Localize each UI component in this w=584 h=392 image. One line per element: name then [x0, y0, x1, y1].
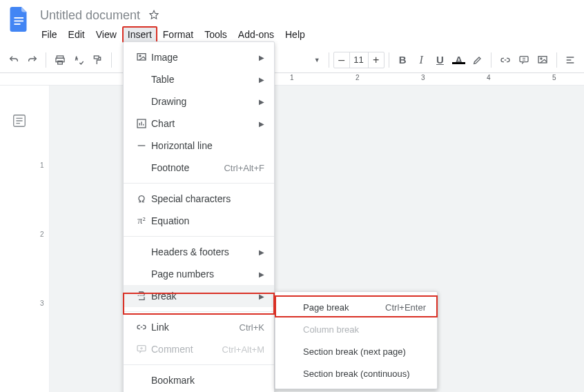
- insert-comment-item: CommentCtrl+Alt+M: [124, 338, 274, 360]
- insert-horizontal-line-item[interactable]: Horizontal line: [124, 135, 274, 157]
- submenu-arrow-icon: ▶: [259, 98, 264, 106]
- svg-rect-8: [538, 56, 547, 62]
- menu-tools[interactable]: Tools: [199, 26, 233, 43]
- insert-drawing-item[interactable]: Drawing▶: [124, 90, 274, 112]
- insert-headers-footers-item[interactable]: Headers & footers▶: [124, 241, 274, 263]
- font-size-decrease[interactable]: –: [334, 52, 349, 68]
- svg-rect-0: [14, 17, 24, 19]
- chart-icon: [132, 118, 151, 129]
- insert-image-item[interactable]: Image▶: [124, 46, 274, 68]
- submenu-arrow-icon: ▶: [259, 271, 264, 278]
- comment-icon: [132, 344, 151, 355]
- menu-help[interactable]: Help: [280, 26, 311, 43]
- submenu-arrow-icon: ▶: [259, 54, 264, 61]
- submenu-arrow-icon: ▶: [259, 248, 264, 256]
- insert-image-button[interactable]: [534, 55, 552, 66]
- print-button[interactable]: [50, 55, 69, 66]
- menu-format[interactable]: Format: [157, 26, 199, 43]
- submenu-arrow-icon: ▶: [259, 120, 264, 128]
- paint-format-button[interactable]: [88, 55, 107, 66]
- omega-icon: [132, 193, 151, 204]
- menubar: File Edit View Insert Format Tools Add-o…: [36, 26, 311, 43]
- insert-link-item[interactable]: LinkCtrl+K: [124, 316, 274, 338]
- undo-button[interactable]: [4, 55, 23, 66]
- menu-file[interactable]: File: [36, 26, 63, 43]
- svg-point-12: [139, 55, 141, 57]
- insert-table-item[interactable]: Table▶: [124, 68, 274, 90]
- svg-rect-11: [137, 54, 146, 60]
- submenu-arrow-icon: ▶: [259, 293, 264, 300]
- align-button[interactable]: [561, 55, 580, 66]
- section-break-next-page-item[interactable]: Section break (next page): [275, 340, 437, 362]
- zoom-dropdown[interactable]: ▼: [300, 57, 320, 63]
- vertical-ruler[interactable]: 1 2 3: [39, 86, 50, 392]
- menu-addons[interactable]: Add-ons: [233, 26, 280, 43]
- submenu-arrow-icon: ▶: [259, 76, 264, 84]
- header: Untitled document File Edit View Insert …: [0, 0, 584, 43]
- link-icon: [132, 322, 151, 333]
- svg-rect-2: [14, 23, 21, 25]
- pi-icon: π²: [132, 215, 151, 226]
- menu-insert[interactable]: Insert: [122, 26, 157, 43]
- svg-rect-1: [14, 21, 24, 22]
- insert-page-numbers-item[interactable]: Page numbers▶: [124, 263, 274, 285]
- document-title[interactable]: Untitled document: [36, 8, 144, 23]
- page-break-icon: [132, 291, 151, 302]
- menu-view[interactable]: View: [90, 26, 122, 43]
- underline-button[interactable]: U: [431, 54, 449, 66]
- insert-comment-button[interactable]: [514, 55, 533, 66]
- column-break-item: Column break: [275, 318, 437, 340]
- font-size-control: – 11 +: [333, 52, 385, 68]
- section-break-continuous-item[interactable]: Section break (continuous): [275, 362, 437, 384]
- insert-chart-item[interactable]: Chart▶: [124, 112, 274, 135]
- insert-link-button[interactable]: [496, 55, 514, 66]
- horizontal-ruler[interactable]: 1 2 3 4 5: [0, 73, 584, 86]
- image-icon: [132, 52, 151, 63]
- highlight-button[interactable]: [468, 55, 487, 66]
- star-button[interactable]: [146, 7, 162, 23]
- docs-logo[interactable]: [6, 6, 33, 33]
- horizontal-line-icon: [132, 140, 151, 151]
- insert-equation-item[interactable]: π² Equation: [124, 210, 274, 232]
- svg-point-9: [541, 58, 542, 59]
- break-submenu: Page break Ctrl+Enter Column break Secti…: [275, 291, 438, 389]
- insert-bookmark-item[interactable]: Bookmark: [124, 369, 274, 391]
- svg-rect-6: [95, 56, 99, 59]
- font-size-increase[interactable]: +: [369, 52, 384, 68]
- insert-break-item[interactable]: Break▶: [124, 285, 274, 307]
- insert-footnote-item[interactable]: FootnoteCtrl+Alt+F: [124, 157, 274, 179]
- redo-button[interactable]: [23, 55, 41, 66]
- toolbar: ▼ – 11 + B I U A: [0, 47, 584, 73]
- svg-rect-7: [520, 56, 528, 61]
- italic-button[interactable]: I: [412, 54, 431, 66]
- spellcheck-button[interactable]: [69, 55, 88, 66]
- text-color-button[interactable]: A: [449, 54, 468, 66]
- font-size-value[interactable]: 11: [349, 52, 369, 68]
- menu-edit[interactable]: Edit: [63, 26, 90, 43]
- insert-special-chars-item[interactable]: Special characters: [124, 188, 274, 210]
- page-break-item[interactable]: Page break Ctrl+Enter: [275, 296, 437, 318]
- insert-dropdown: Image▶ Table▶ Drawing▶ Chart▶ Horizontal…: [123, 41, 275, 392]
- outline-toggle-icon[interactable]: [12, 113, 27, 392]
- bold-button[interactable]: B: [393, 54, 412, 66]
